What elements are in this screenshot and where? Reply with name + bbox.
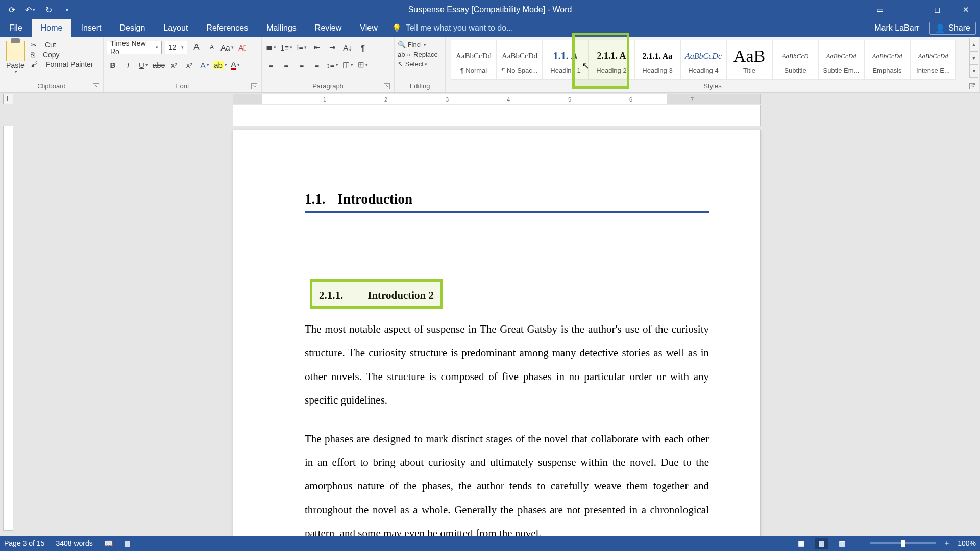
zoom-in-button[interactable]: ＋ (943, 539, 950, 548)
vertical-ruler[interactable] (3, 126, 13, 531)
numbering-button[interactable]: 1≡▾ (280, 41, 292, 54)
tab-insert[interactable]: Insert (71, 19, 110, 37)
tell-me-search[interactable]: 💡 Tell me what you want to do... (392, 19, 513, 37)
body-paragraph-1[interactable]: The most notable aspect of suspense in T… (305, 317, 709, 412)
tab-file[interactable]: File (0, 19, 32, 37)
font-color-button[interactable]: A▾ (229, 59, 241, 71)
underline-button[interactable]: U▾ (137, 59, 150, 71)
select-button[interactable]: ↖ Select▾ (398, 60, 442, 68)
borders-button[interactable]: ⊞▾ (357, 59, 369, 71)
undo-button[interactable]: ↶▾ (23, 3, 37, 16)
line-spacing-button[interactable]: ↕≡▾ (326, 59, 338, 71)
style-title[interactable]: AaBTitle (726, 40, 772, 80)
cut-button[interactable]: ✂ Cut (31, 41, 100, 49)
copy-button[interactable]: ⎘ Copy (31, 51, 100, 59)
autosave-icon[interactable]: ⟳ (5, 3, 18, 16)
tab-review[interactable]: Review (306, 19, 351, 37)
align-right-button[interactable]: ≡ (296, 59, 308, 71)
body-paragraph-2[interactable]: The phases are designed to mark distinct… (305, 427, 709, 536)
style-preview: AaBbCcDd (918, 45, 948, 67)
close-button[interactable]: ✕ (951, 0, 980, 19)
collapse-ribbon-button[interactable]: ⌃ (971, 82, 977, 90)
sort-button[interactable]: A↓ (341, 41, 354, 54)
clipboard-dialog-launcher[interactable]: ↘ (93, 83, 99, 89)
horizontal-ruler[interactable]: 1234567 (233, 94, 761, 104)
ribbon-tabs: File Home Insert Design Layout Reference… (0, 19, 980, 37)
style-heading-4[interactable]: AaBbCcDcHeading 4 (680, 40, 726, 80)
style-label: ¶ No Spac... (497, 67, 542, 74)
minimize-button[interactable]: ― (894, 0, 923, 19)
spellcheck-icon[interactable]: 📖 (104, 539, 113, 547)
strikethrough-button[interactable]: abc (153, 59, 165, 71)
font-size-combo[interactable]: 12▾ (165, 41, 187, 54)
maximize-button[interactable]: ◻ (923, 0, 951, 19)
tab-layout[interactable]: Layout (154, 19, 197, 37)
align-center-button[interactable]: ≡ (280, 59, 292, 71)
style-heading-3[interactable]: 2.1.1. AaHeading 3 (634, 40, 680, 80)
shrink-font-button[interactable]: A (206, 41, 218, 54)
ribbon-display-options[interactable]: ▭ (866, 0, 894, 19)
tell-me-placeholder: Tell me what you want to do... (406, 23, 513, 33)
style--no-spac-[interactable]: AaBbCcDd¶ No Spac... (497, 40, 543, 80)
zoom-out-button[interactable]: ― (855, 539, 863, 547)
zoom-slider-thumb[interactable] (901, 540, 905, 547)
account-name[interactable]: Mark LaBarr (874, 23, 919, 33)
italic-button[interactable]: I (122, 59, 134, 71)
shading-button[interactable]: ◫▾ (341, 59, 354, 71)
style-heading-2[interactable]: 2.1.1. AHeading 2 (589, 40, 634, 80)
font-name-combo[interactable]: Times New Ro▾ (107, 41, 162, 54)
macro-icon[interactable]: ▤ (124, 539, 131, 547)
change-case-button[interactable]: Aa▾ (221, 41, 233, 54)
format-painter-button[interactable]: 🖌 Format Painter (31, 60, 100, 68)
heading-2[interactable]: 2.1.1. Introduction 2 (319, 289, 699, 302)
tab-design[interactable]: Design (110, 19, 154, 37)
gallery-scroll-up[interactable]: ▲ (969, 38, 978, 51)
style-subtitle[interactable]: AaBbCcDSubtitle (772, 40, 818, 80)
show-hide-button[interactable]: ¶ (357, 41, 369, 54)
grow-font-button[interactable]: A (190, 41, 203, 54)
align-left-button[interactable]: ≡ (265, 59, 277, 71)
bold-button[interactable]: B (107, 59, 119, 71)
gallery-more[interactable]: ▾ (969, 64, 978, 78)
superscript-button[interactable]: x2 (183, 59, 195, 71)
tab-view[interactable]: View (351, 19, 386, 37)
find-button[interactable]: 🔍 Find ▾ (398, 41, 442, 48)
justify-button[interactable]: ≡ (311, 59, 323, 71)
tab-references[interactable]: References (197, 19, 257, 37)
clear-formatting-button[interactable]: A⃠ (236, 41, 249, 54)
redo-button[interactable]: ↻ (42, 3, 55, 16)
highlight-button[interactable]: ab▾ (214, 59, 226, 71)
print-layout-button[interactable]: ▤ (815, 538, 828, 549)
paste-button[interactable]: Paste ▾ (3, 39, 28, 74)
subscript-button[interactable]: x2 (168, 59, 180, 71)
style-emphasis[interactable]: AaBbCcDdEmphasis (864, 40, 910, 80)
style-subtle-em-[interactable]: AaBbCcDdSubtle Em... (818, 40, 864, 80)
decrease-indent-button[interactable]: ⇤ (311, 41, 323, 54)
multilevel-list-button[interactable]: ⁝≡▾ (296, 41, 308, 54)
style--normal[interactable]: AaBbCcDd¶ Normal (451, 40, 497, 80)
font-dialog-launcher[interactable]: ↘ (251, 83, 257, 89)
increase-indent-button[interactable]: ⇥ (326, 41, 338, 54)
tab-selector[interactable]: L (3, 94, 13, 104)
gallery-scroll-down[interactable]: ▼ (969, 51, 978, 64)
replace-button[interactable]: ab↔ Replace (398, 51, 442, 58)
heading-1[interactable]: 1.1. Introduction (305, 191, 699, 207)
read-mode-button[interactable]: ▦ (794, 538, 807, 549)
word-count[interactable]: 3408 words (56, 539, 92, 547)
lightbulb-icon: 💡 (392, 23, 402, 33)
qat-customize[interactable]: ▾ (60, 3, 74, 16)
bullets-button[interactable]: ≣▾ (265, 41, 277, 54)
web-layout-button[interactable]: ▥ (835, 538, 848, 549)
paragraph-dialog-launcher[interactable]: ↘ (384, 83, 390, 89)
zoom-slider[interactable] (870, 542, 936, 544)
text-effects-button[interactable]: A▾ (199, 59, 211, 71)
tab-home[interactable]: Home (32, 19, 72, 37)
style-heading-1[interactable]: 1.1. AHeading 1 (543, 40, 589, 80)
document-page[interactable]: 1.1. Introduction 2.1.1. Introduction 2 … (233, 130, 761, 536)
page-status[interactable]: Page 3 of 15 (4, 539, 44, 547)
zoom-level[interactable]: 100% (958, 539, 976, 547)
tab-mailings[interactable]: Mailings (257, 19, 306, 37)
share-button[interactable]: 👤 Share (929, 22, 976, 35)
style-intense-e-[interactable]: AaBbCcDdIntense E... (910, 40, 956, 80)
style-preview: AaBbCcDc (685, 45, 722, 67)
